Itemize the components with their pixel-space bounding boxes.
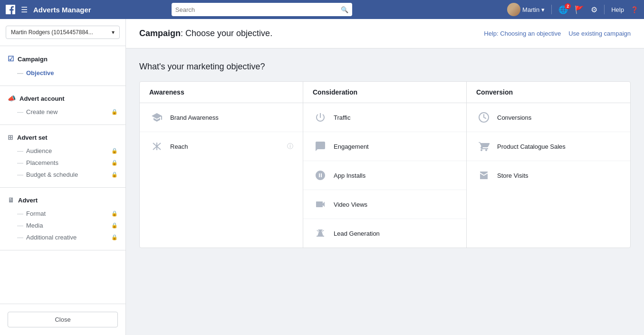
video-views-label: Video Views	[334, 201, 367, 208]
awareness-column: Brand Awareness Reac	[140, 103, 303, 248]
campaign-section-header: ☑ Campaign	[0, 53, 125, 67]
product-catalogue-icon	[476, 139, 491, 154]
account-dropdown-icon: ▾	[112, 29, 115, 36]
video-views-item[interactable]: Video Views	[303, 190, 466, 219]
lock-icon: 🔒	[111, 160, 118, 166]
search-bar[interactable]: 🔍	[172, 3, 352, 16]
sidebar-item-create-new[interactable]: — Create new 🔒	[0, 106, 125, 118]
main-content: Campaign: Choose your objective. Help: C…	[126, 19, 644, 335]
column-headers: Awareness Consideration Conversion	[140, 82, 630, 103]
sidebar-item-audience[interactable]: — Audience 🔒	[0, 145, 125, 157]
reach-item[interactable]: Reach ⓘ	[140, 132, 303, 161]
account-selector[interactable]: Martin Rodgers (10154457884... ▾	[0, 19, 125, 46]
store-visits-item[interactable]: Store Visits	[467, 161, 630, 190]
facebook-logo-icon	[6, 5, 15, 14]
sidebar-item-additional-creative[interactable]: — Additional creative 🔒	[0, 231, 125, 243]
lock-icon: 🔒	[111, 172, 118, 178]
dash-icon: —	[17, 108, 23, 115]
avatar	[507, 3, 520, 16]
brand-awareness-item[interactable]: Brand Awareness	[140, 103, 303, 132]
advert-set-header: ⊞ Advert set	[0, 132, 125, 145]
lock-icon: 🔒	[111, 222, 118, 229]
lead-generation-item[interactable]: Lead Generation	[303, 219, 466, 248]
objective-label: Objective	[26, 69, 54, 77]
conversion-header: Conversion	[467, 82, 630, 103]
budget-label: Budget & schedule	[26, 171, 78, 178]
use-existing-link[interactable]: Use existing campaign	[568, 30, 631, 37]
dash-icon: —	[17, 210, 23, 217]
product-catalogue-item[interactable]: Product Catalogue Sales	[467, 132, 630, 161]
dash-icon: —	[17, 171, 23, 178]
video-views-icon	[313, 197, 328, 212]
campaign-subtitle: Choose your objective.	[183, 29, 272, 38]
objective-rows: Brand Awareness Reac	[140, 103, 630, 248]
campaign-title: Campaign: Choose your objective.	[139, 29, 272, 38]
user-menu[interactable]: Martin ▾	[507, 3, 545, 16]
user-name: Martin	[522, 6, 539, 13]
dash-icon: —	[17, 234, 23, 241]
megaphone-icon: 📣	[8, 95, 16, 102]
traffic-icon	[313, 110, 328, 125]
sidebar: Martin Rodgers (10154457884... ▾ ☑ Campa…	[0, 19, 126, 335]
sidebar-section-advert: 🖥 Advert — Format 🔒 — Media 🔒 — Addition…	[0, 188, 125, 250]
campaign-check-icon: ☑	[8, 55, 14, 63]
lead-generation-icon	[313, 226, 328, 241]
campaign-header: Campaign: Choose your objective. Help: C…	[126, 19, 644, 48]
app-installs-item[interactable]: App Installs	[303, 161, 466, 190]
sidebar-item-budget[interactable]: — Budget & schedule 🔒	[0, 169, 125, 181]
monitor-icon: 🖥	[8, 196, 14, 204]
brand-awareness-label: Brand Awareness	[170, 114, 219, 121]
notification-badge: 2	[565, 3, 571, 9]
store-visits-icon	[476, 168, 491, 183]
create-new-label: Create new	[26, 108, 58, 115]
settings-icon[interactable]: ⚙	[591, 5, 597, 14]
sidebar-item-media[interactable]: — Media 🔒	[0, 220, 125, 231]
advert-header: 🖥 Advert	[0, 194, 125, 208]
brand-awareness-icon	[149, 110, 164, 125]
sidebar-section-campaign: ☑ Campaign — Objective	[0, 46, 125, 86]
awareness-header: Awareness	[140, 82, 303, 103]
additional-creative-label: Additional creative	[26, 234, 77, 241]
lock-icon: 🔒	[111, 148, 118, 154]
help-link[interactable]: Help	[611, 6, 624, 13]
product-catalogue-label: Product Catalogue Sales	[497, 143, 566, 150]
conversions-item[interactable]: Conversions	[467, 103, 630, 132]
page-wrapper: Martin Rodgers (10154457884... ▾ ☑ Campa…	[0, 19, 644, 335]
campaign-label: Campaign	[139, 29, 181, 38]
flag-icon[interactable]: 🚩	[575, 5, 584, 14]
sidebar-item-format[interactable]: — Format 🔒	[0, 208, 125, 220]
objective-question: What's your marketing objective?	[139, 62, 631, 72]
engagement-label: Engagement	[334, 143, 369, 150]
media-label: Media	[26, 222, 43, 229]
lock-icon: 🔒	[111, 109, 118, 115]
user-dropdown-icon: ▾	[541, 6, 545, 13]
search-input[interactable]	[175, 6, 341, 13]
engagement-item[interactable]: Engagement	[303, 132, 466, 161]
top-navigation: ☰ Adverts Manager 🔍 Martin ▾ 🌐 2 🚩 ⚙ Hel…	[0, 0, 644, 19]
dash-icon: —	[17, 159, 23, 166]
account-dropdown[interactable]: Martin Rodgers (10154457884... ▾	[6, 26, 120, 39]
close-button[interactable]: Close	[8, 312, 118, 327]
dash-icon: —	[17, 222, 23, 229]
svg-point-6	[156, 145, 158, 147]
lock-icon: 🔒	[111, 234, 118, 240]
audience-label: Audience	[26, 147, 52, 154]
app-installs-icon	[313, 168, 328, 183]
account-label: Martin Rodgers (10154457884...	[11, 29, 93, 36]
app-installs-label: App Installs	[334, 172, 365, 179]
objectives-table: Awareness Consideration Conversion Brand…	[139, 81, 631, 248]
store-visits-label: Store Visits	[497, 172, 529, 179]
objective-section: What's your marketing objective? Awarene…	[126, 48, 644, 261]
sidebar-item-objective[interactable]: — Objective	[0, 67, 125, 79]
sidebar-item-placements[interactable]: — Placements 🔒	[0, 157, 125, 169]
advert-title: Advert	[18, 197, 38, 204]
help-choosing-link[interactable]: Help: Choosing an objective	[484, 30, 561, 37]
dash-icon: —	[17, 69, 23, 77]
hamburger-icon[interactable]: ☰	[21, 5, 28, 14]
conversion-column: Conversions Product Catalogue Sales	[467, 103, 630, 248]
traffic-item[interactable]: Traffic	[303, 103, 466, 132]
reach-info-icon: ⓘ	[287, 142, 293, 151]
notifications-icon[interactable]: 🌐 2	[558, 5, 568, 14]
app-title: Adverts Manager	[33, 6, 91, 14]
advert-account-title: Advert account	[19, 95, 65, 102]
